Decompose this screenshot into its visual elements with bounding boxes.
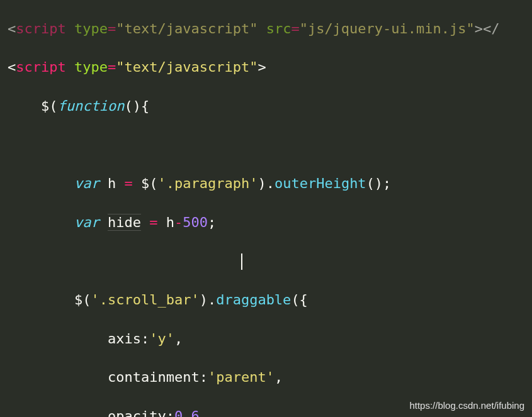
code-line: axis:'y', — [8, 330, 524, 349]
code-line — [8, 252, 524, 271]
code-editor[interactable]: <script type="text/javascript" src="js/j… — [0, 0, 532, 417]
code-line: var hide = h-500; — [8, 213, 524, 233]
watermark-text: https://blog.csdn.net/ifubing — [409, 399, 524, 412]
text-cursor-icon — [241, 253, 242, 270]
code-line: $(function(){ — [8, 97, 524, 116]
code-line — [8, 136, 524, 155]
code-line: <script type="text/javascript" src="js/j… — [8, 19, 524, 39]
code-line: <script type="text/javascript"> — [8, 58, 524, 77]
code-line: $('.scroll_bar').draggable({ — [8, 291, 524, 310]
code-line: containment:'parent', — [8, 368, 524, 387]
code-line: var h = $('.paragraph').outerHeight(); — [8, 174, 524, 194]
